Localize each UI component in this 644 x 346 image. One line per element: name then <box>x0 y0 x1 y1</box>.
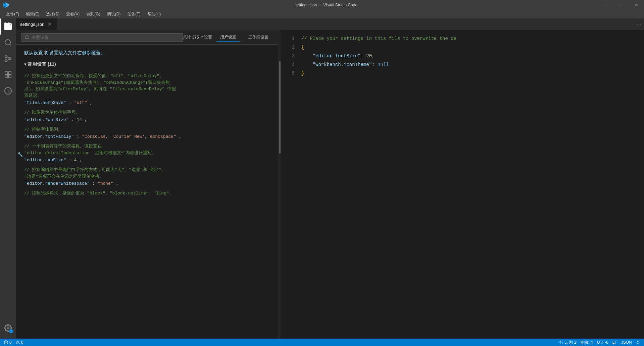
user-settings-tab[interactable]: 用户设置 <box>216 33 240 42</box>
menu-view[interactable]: 查看(V) <box>63 10 83 18</box>
search-icon <box>4 39 12 47</box>
error-icon: ✕ <box>4 340 8 344</box>
menu-goto[interactable]: 转到(G) <box>83 10 103 18</box>
activity-extensions[interactable] <box>0 67 16 83</box>
window-title: settings.json — Visual Studio Code <box>11 3 641 7</box>
search-small-icon <box>24 35 29 40</box>
workspace-settings-tab[interactable]: 工作区设置 <box>244 33 273 42</box>
title-bar: settings.json — Visual Studio Code ─ □ ✕ <box>0 0 644 10</box>
setting-fontfamily: // 控制字体系列。 "editor.fontFamily" : "Consol… <box>24 126 270 139</box>
activity-bar-bottom: 1 <box>0 320 16 339</box>
svg-point-1 <box>5 40 10 45</box>
setting-cursor: // 控制光标样式，接受的值为 "block"、"block-outline"、… <box>24 190 270 197</box>
setting-cursor-comment: // 控制光标样式，接受的值为 "block"、"block-outline"、… <box>24 190 270 197</box>
setting-tabsize: 🔧 // 一个制表符等于的空格数。该设置在 `editor.detectInde… <box>24 143 270 163</box>
svg-text:✕: ✕ <box>5 341 7 344</box>
vscode-icon <box>3 2 9 8</box>
svg-point-14 <box>25 36 28 39</box>
menu-file[interactable]: 文件(F) <box>3 10 22 18</box>
svg-rect-12 <box>8 75 11 78</box>
svg-line-8 <box>7 59 9 61</box>
code-line-4: "workbench.iconTheme": null <box>301 60 644 69</box>
activity-bar: 1 <box>0 18 16 339</box>
tab-settings-json[interactable]: settings.json ✕ <box>16 18 57 30</box>
search-stats: 总计 375 个设置 用户设置 工作区设置 <box>183 33 273 42</box>
wrench-icon[interactable]: 🔧 <box>17 152 23 157</box>
line-num-3: 3 <box>281 52 295 60</box>
setting-fontsize-value: "editor.fontSize" : 14 , <box>24 117 270 122</box>
update-badge: 1 <box>9 329 13 333</box>
setting-fontfamily-comment: // 控制字体系列。 <box>24 126 270 133</box>
menu-debug[interactable]: 调试(D) <box>104 10 124 18</box>
setting-fontsize: // 以像素为单位控制字号。 "editor.fontSize" : 14 , <box>24 109 270 122</box>
close-button[interactable]: ✕ <box>629 0 644 10</box>
setting-fontfamily-value: "editor.fontFamily" : "Consolas, 'Courie… <box>24 134 270 139</box>
default-settings-title: 默认设置 将设置放入文件右侧以覆盖。 <box>24 50 270 56</box>
svg-rect-9 <box>5 72 8 74</box>
code-content: 1 2 3 4 5 // Place your settings in this… <box>281 30 644 339</box>
line-num-5: 5 <box>281 69 295 78</box>
status-spaces[interactable]: 空格: 4 <box>579 339 594 346</box>
line-num-2: 2 <box>281 43 295 52</box>
svg-line-7 <box>7 57 9 58</box>
setting-renderwhitespace-value: "editor.renderWhitespace" : "none" , <box>24 181 270 186</box>
menu-select[interactable]: 选择(S) <box>43 10 63 18</box>
code-editor: 1 2 3 4 5 // Place your settings in this… <box>281 30 644 339</box>
status-line-ending[interactable]: LF <box>611 339 618 346</box>
extensions-icon <box>4 71 12 79</box>
search-input-wrap[interactable] <box>21 33 183 42</box>
settings-panel: 总计 375 个设置 用户设置 工作区设置 默认设置 将设置放入文件右侧以覆盖。… <box>16 30 278 339</box>
menu-edit[interactable]: 编辑(E) <box>22 10 43 18</box>
svg-point-4 <box>5 60 7 62</box>
chevron-icon: ▾ <box>24 62 26 67</box>
tab-more-button[interactable]: ⋯ <box>634 18 644 30</box>
status-bar-right: 行 5, 列 2 空格: 4 UTF-8 LF JSON ☺ <box>558 339 641 346</box>
activity-search[interactable] <box>0 35 16 51</box>
panel-divider[interactable] <box>278 30 281 339</box>
activity-explorer[interactable] <box>0 18 16 35</box>
minimize-button[interactable]: ─ <box>598 0 613 10</box>
code-line-1: // Place your settings in this file to o… <box>301 34 644 43</box>
status-bar: ✕ 0 ! 0 行 5, 列 2 空格: 4 UTF-8 LF JSON ☺ <box>0 339 644 346</box>
svg-rect-10 <box>8 72 11 74</box>
settings-content[interactable]: 默认设置 将设置放入文件右侧以覆盖。 ▾ 常用设置 (11) // 控制已更新文… <box>16 45 278 339</box>
status-feedback[interactable]: ☺ <box>635 339 641 346</box>
code-line-3: "editor.fontSize": 20, <box>301 52 644 60</box>
main-layout: 1 settings.json ✕ ⋯ <box>0 18 644 339</box>
setting-renderwhitespace: // 控制编辑器中呈现空白字符的方式，可能为"无"、"边界"和"全部"。 "边界… <box>24 167 270 186</box>
menu-bar: 文件(F) 编辑(E) 选择(S) 查看(V) 转到(G) 调试(D) 任务(T… <box>0 10 644 18</box>
menu-tasks[interactable]: 任务(T) <box>124 10 144 18</box>
activity-settings[interactable]: 1 <box>0 320 16 336</box>
svg-text:!: ! <box>17 342 18 344</box>
scroll-thumb <box>279 61 281 154</box>
remote-icon <box>4 87 12 95</box>
svg-line-15 <box>28 38 29 39</box>
editor-area: 总计 375 个设置 用户设置 工作区设置 默认设置 将设置放入文件右侧以覆盖。… <box>16 30 644 339</box>
code-lines[interactable]: // Place your settings in this file to o… <box>297 30 644 339</box>
section-title: 常用设置 (11) <box>28 61 56 67</box>
search-input[interactable] <box>31 35 180 40</box>
line-numbers: 1 2 3 4 5 <box>281 30 297 339</box>
status-bar-left: ✕ 0 ! 0 <box>3 339 24 346</box>
status-errors[interactable]: ✕ 0 <box>3 339 13 346</box>
tab-close-button[interactable]: ✕ <box>47 21 52 27</box>
line-num-4: 4 <box>281 60 295 69</box>
warning-icon: ! <box>16 340 20 344</box>
status-line-col[interactable]: 行 5, 列 2 <box>558 339 578 346</box>
activity-remote[interactable] <box>0 83 16 99</box>
svg-point-3 <box>5 56 7 58</box>
svg-point-13 <box>7 327 9 329</box>
setting-renderwhitespace-comment: // 控制编辑器中呈现空白字符的方式，可能为"无"、"边界"和"全部"。 "边界… <box>24 167 270 180</box>
maximize-button[interactable]: □ <box>613 0 629 10</box>
setting-tabsize-comment: // 一个制表符等于的空格数。该设置在 `editor.detectIndent… <box>24 143 270 156</box>
activity-source-control[interactable] <box>0 51 16 67</box>
common-settings-section[interactable]: ▾ 常用设置 (11) <box>24 61 270 67</box>
status-warnings[interactable]: ! 0 <box>14 339 25 346</box>
window-controls: ─ □ ✕ <box>598 0 644 10</box>
status-encoding[interactable]: UTF-8 <box>596 339 610 346</box>
status-language[interactable]: JSON <box>620 339 633 346</box>
settings-count: 总计 375 个设置 <box>183 35 212 40</box>
menu-help[interactable]: 帮助(H) <box>144 10 164 18</box>
files-icon <box>4 22 12 31</box>
source-control-icon <box>4 55 12 63</box>
